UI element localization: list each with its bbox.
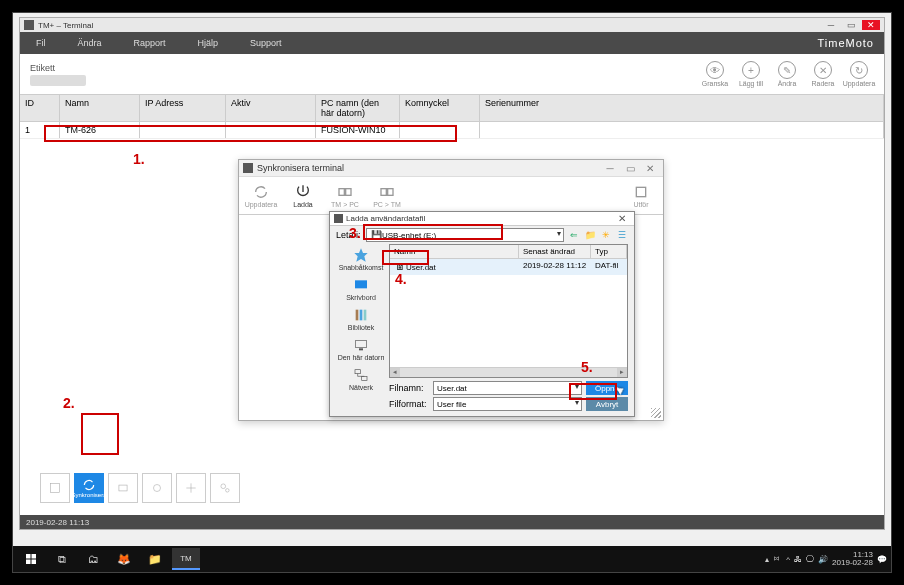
nav-bibliotek[interactable]: Bibliotek bbox=[336, 304, 386, 334]
view-icon[interactable]: ☰ bbox=[616, 229, 628, 241]
nav-skrivbord[interactable]: Skrivbord bbox=[336, 274, 386, 304]
app-logo-icon bbox=[24, 20, 34, 30]
tray-notif-icon[interactable]: 💬 bbox=[877, 555, 887, 564]
col-filename[interactable]: Namn bbox=[390, 245, 519, 258]
file-hscroll[interactable]: ◂▸ bbox=[390, 367, 627, 377]
file-icon: 🗎 bbox=[394, 261, 406, 273]
tool-3[interactable] bbox=[108, 473, 138, 503]
sync-btn-utfor[interactable]: Utför bbox=[625, 184, 657, 208]
action-uppdatera[interactable]: ↻Uppdatera bbox=[844, 61, 874, 87]
firefox-icon[interactable]: 🦊 bbox=[110, 548, 138, 570]
svg-rect-11 bbox=[355, 280, 367, 288]
cancel-button[interactable]: Avbryt bbox=[586, 397, 628, 411]
svg-rect-16 bbox=[359, 348, 363, 350]
up-icon[interactable]: 📁 bbox=[584, 229, 596, 241]
back-icon[interactable]: ⇐ bbox=[568, 229, 580, 241]
folder-icon[interactable]: 📁 bbox=[141, 548, 169, 570]
system-tray: ▴ ᢂ ^ 🖧 🖵 🔊 11:13 2019-02-28 💬 bbox=[765, 551, 887, 567]
etikett-field[interactable] bbox=[30, 75, 86, 86]
svg-rect-17 bbox=[355, 370, 360, 374]
nav-snabbatkomst[interactable]: Snabbåtkomst bbox=[336, 244, 386, 274]
table-header: ID Namn IP Adress Aktiv PC namn (den här… bbox=[20, 94, 884, 122]
tool-6[interactable] bbox=[210, 473, 240, 503]
maximize-icon[interactable]: ▭ bbox=[842, 20, 860, 30]
tm-taskbar-icon[interactable]: TM bbox=[172, 548, 200, 570]
explorer-icon[interactable]: 🗂 bbox=[79, 548, 107, 570]
file-list-header: Namn Senast ändrad Typ bbox=[390, 245, 627, 259]
menu-rapport[interactable]: Rapport bbox=[118, 32, 182, 54]
menu-fil[interactable]: Fil bbox=[20, 32, 62, 54]
sync-close-icon[interactable]: ✕ bbox=[641, 163, 659, 174]
menu-support[interactable]: Support bbox=[234, 32, 298, 54]
filename-input[interactable]: User.dat bbox=[433, 381, 582, 395]
svg-rect-7 bbox=[381, 188, 386, 195]
action-radera[interactable]: ✕Radera bbox=[808, 61, 838, 87]
file-row[interactable]: 🗎User.dat 2019-02-28 11:12 DAT-fil bbox=[390, 259, 627, 275]
file-dialog-close-icon[interactable]: ✕ bbox=[614, 213, 630, 224]
file-dialog-titlebar: Ladda användardatafil ✕ bbox=[330, 212, 634, 226]
col-ip[interactable]: IP Adress bbox=[140, 95, 226, 121]
col-filedate[interactable]: Senast ändrad bbox=[519, 245, 591, 258]
action-andra[interactable]: ✎Ändra bbox=[772, 61, 802, 87]
tray-sound-icon[interactable]: 🔊 bbox=[818, 555, 828, 564]
nav-natverk[interactable]: Nätverk bbox=[336, 364, 386, 394]
svg-rect-22 bbox=[32, 560, 37, 565]
sync-btn-ladda[interactable]: Ladda bbox=[287, 184, 319, 208]
sync-toolbar: Uppdatera Ladda TM > PC PC > TM Utför bbox=[239, 177, 663, 215]
filformat-combo[interactable]: User file bbox=[433, 397, 582, 411]
tray-up-icon[interactable]: ▴ bbox=[765, 555, 769, 564]
plus-icon: + bbox=[742, 61, 760, 79]
tray-people-icon[interactable]: ᢂ bbox=[773, 555, 782, 564]
sync-btn-uppdatera[interactable]: Uppdatera bbox=[245, 184, 277, 208]
minimize-icon[interactable]: ─ bbox=[822, 20, 840, 30]
resize-handle[interactable] bbox=[651, 408, 661, 418]
drive-combo[interactable]: 💾 USB-enhet (E:) bbox=[366, 228, 564, 242]
col-key[interactable]: Komnyckel bbox=[400, 95, 480, 121]
nav-denhar[interactable]: Den här datorn bbox=[336, 334, 386, 364]
tray-chevron-icon[interactable]: ^ bbox=[786, 555, 790, 564]
menu-hjalp[interactable]: Hjälp bbox=[182, 32, 235, 54]
svg-marker-10 bbox=[354, 248, 367, 261]
col-aktiv[interactable]: Aktiv bbox=[226, 95, 316, 121]
svg-rect-18 bbox=[362, 376, 367, 380]
look-in-label: Leta i: bbox=[336, 230, 362, 240]
action-granska[interactable]: 👁Granska bbox=[700, 61, 730, 87]
col-ser[interactable]: Serienummer bbox=[480, 95, 884, 121]
action-lagg-till[interactable]: +Lägg till bbox=[736, 61, 766, 87]
taskview-icon[interactable]: ⧉ bbox=[48, 548, 76, 570]
etikett-label: Etikett bbox=[30, 63, 86, 73]
col-name[interactable]: Namn bbox=[60, 95, 140, 121]
sync-btn-tm-pc[interactable]: TM > PC bbox=[329, 184, 361, 208]
sub-toolbar: Etikett 👁Granska +Lägg till ✎Ändra ✕Rade… bbox=[20, 54, 884, 94]
svg-point-4 bbox=[226, 489, 230, 493]
sync-btn-pc-tm[interactable]: PC > TM bbox=[371, 184, 403, 208]
sync-maximize-icon[interactable]: ▭ bbox=[621, 163, 639, 174]
menu-andra[interactable]: Ändra bbox=[62, 32, 118, 54]
tray-display-icon[interactable]: 🖵 bbox=[806, 555, 814, 564]
open-button[interactable]: Öppna bbox=[586, 381, 628, 395]
col-pc[interactable]: PC namn (den här datorn) bbox=[316, 95, 400, 121]
taskbar-clock[interactable]: 11:13 2019-02-28 bbox=[832, 551, 873, 567]
col-id[interactable]: ID bbox=[20, 95, 60, 121]
svg-rect-6 bbox=[346, 188, 351, 195]
svg-rect-19 bbox=[26, 554, 31, 559]
tool-synkronisera[interactable]: Synkronisera bbox=[74, 473, 104, 503]
status-bar: 2019-02-28 11:13 bbox=[20, 515, 884, 529]
close-icon[interactable]: ✕ bbox=[862, 20, 880, 30]
file-dialog: Ladda användardatafil ✕ Leta i: 💾 USB-en… bbox=[329, 211, 635, 417]
status-text: 2019-02-28 11:13 bbox=[26, 518, 89, 527]
pen-icon: ✎ bbox=[778, 61, 796, 79]
tool-role[interactable] bbox=[40, 473, 70, 503]
tool-4[interactable] bbox=[142, 473, 172, 503]
tool-5[interactable] bbox=[176, 473, 206, 503]
sync-minimize-icon[interactable]: ─ bbox=[601, 163, 619, 174]
sync-titlebar: Synkronisera terminal ─ ▭ ✕ bbox=[239, 160, 663, 177]
tray-network-icon[interactable]: 🖧 bbox=[794, 555, 802, 564]
refresh-icon: ↻ bbox=[850, 61, 868, 79]
col-filetype[interactable]: Typ bbox=[591, 245, 627, 258]
newfolder-icon[interactable]: ✳ bbox=[600, 229, 612, 241]
taskbar: ⧉ 🗂 🦊 📁 TM ▴ ᢂ ^ 🖧 🖵 🔊 11:13 2019-02-28 … bbox=[13, 546, 891, 572]
start-button[interactable] bbox=[17, 548, 45, 570]
table-row[interactable]: 1 TM-626 FUSION-WIN10 bbox=[20, 122, 884, 139]
file-dialog-icon bbox=[334, 214, 343, 223]
